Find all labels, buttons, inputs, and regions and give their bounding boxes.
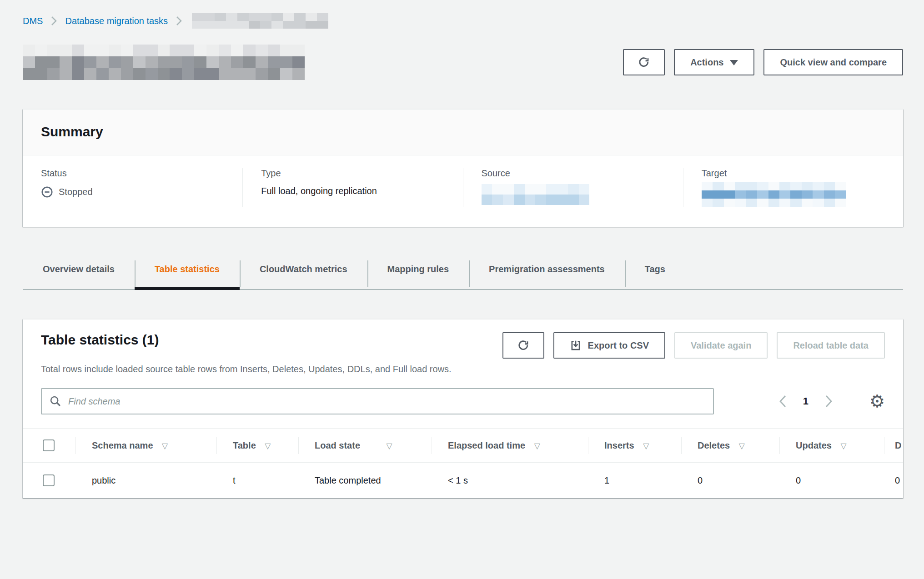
validate-again-button[interactable]: Validate again bbox=[674, 332, 768, 359]
column-label: Elapsed load time bbox=[448, 440, 525, 450]
sort-icon: ▽ bbox=[387, 442, 392, 450]
cell-deletes: 0 bbox=[681, 463, 779, 499]
cell-inserts: 1 bbox=[588, 463, 681, 499]
column-label: Load state bbox=[315, 440, 360, 450]
breadcrumb: DMS Database migration tasks bbox=[23, 13, 903, 29]
validate-again-label: Validate again bbox=[691, 340, 751, 351]
redacted-target-endpoint-link[interactable] bbox=[702, 182, 846, 207]
next-page-button[interactable] bbox=[825, 394, 833, 408]
summary-field-target: Target bbox=[683, 168, 903, 207]
refresh-button[interactable] bbox=[623, 49, 665, 75]
summary-field-type: Type Full load, ongoing replication bbox=[242, 168, 462, 207]
column-label: D bbox=[895, 440, 901, 450]
reload-table-data-button[interactable]: Reload table data bbox=[777, 332, 885, 359]
breadcrumb-link-tasks[interactable]: Database migration tasks bbox=[65, 16, 168, 26]
sort-icon: ▽ bbox=[162, 442, 168, 450]
table-statistics-table: Schema name ▽ Table ▽ Load state ▽ Elaps… bbox=[23, 428, 903, 498]
row-select-cell bbox=[23, 463, 75, 499]
sort-icon: ▽ bbox=[265, 442, 271, 450]
tab-cloudwatch-metrics[interactable]: CloudWatch metrics bbox=[240, 259, 367, 289]
redacted-source-endpoint-link[interactable] bbox=[482, 184, 590, 205]
redacted-page-title bbox=[23, 45, 305, 80]
breadcrumb-link-dms[interactable]: DMS bbox=[23, 16, 43, 26]
table-header-row: Schema name ▽ Table ▽ Load state ▽ Elaps… bbox=[23, 429, 903, 463]
column-header-clipped[interactable]: D bbox=[884, 429, 903, 463]
cell-updates: 0 bbox=[779, 463, 884, 499]
download-icon bbox=[570, 339, 582, 351]
summary-body: Status Stopped Type Full load, ongoing r… bbox=[23, 155, 903, 227]
summary-title: Summary bbox=[41, 124, 885, 140]
find-schema-input[interactable] bbox=[41, 388, 714, 414]
schema-search bbox=[41, 388, 714, 414]
table-row: public t Table completed < 1 s 1 0 0 0 bbox=[23, 463, 903, 499]
export-to-csv-button[interactable]: Export to CSV bbox=[553, 332, 665, 359]
column-label: Schema name bbox=[92, 440, 153, 450]
column-header-deletes[interactable]: Deletes ▽ bbox=[681, 429, 779, 463]
cell-table: t bbox=[216, 463, 298, 499]
tab-mapping-rules[interactable]: Mapping rules bbox=[367, 259, 469, 289]
pagination-divider bbox=[851, 391, 851, 412]
table-filter-row: 1 ⚙ bbox=[41, 388, 885, 414]
actions-button[interactable]: Actions bbox=[674, 49, 754, 75]
tab-premigration-assessments[interactable]: Premigration assessments bbox=[469, 259, 625, 289]
pagination: 1 ⚙ bbox=[779, 391, 885, 412]
sort-icon: ▽ bbox=[643, 442, 649, 450]
cell-schema-name: public bbox=[75, 463, 216, 499]
column-header-updates[interactable]: Updates ▽ bbox=[779, 429, 884, 463]
cell-clipped: 0 bbox=[884, 463, 903, 499]
quick-view-and-compare-button[interactable]: Quick view and compare bbox=[763, 49, 903, 75]
sort-icon: ▽ bbox=[534, 442, 540, 450]
table-actions: Export to CSV Validate again Reload tabl… bbox=[502, 332, 885, 359]
summary-field-status: Status Stopped bbox=[23, 168, 242, 207]
header-actions: Actions Quick view and compare bbox=[623, 49, 903, 75]
table-statistics-description: Total rows include loaded source table r… bbox=[41, 364, 885, 374]
page-header: Actions Quick view and compare bbox=[23, 45, 903, 80]
tab-table-statistics[interactable]: Table statistics bbox=[135, 259, 240, 289]
target-label: Target bbox=[702, 168, 885, 179]
column-header-table[interactable]: Table ▽ bbox=[216, 429, 298, 463]
column-header-schema-name[interactable]: Schema name ▽ bbox=[75, 429, 216, 463]
dms-task-page: DMS Database migration tasks Actions Qui… bbox=[0, 0, 924, 498]
refresh-icon bbox=[517, 339, 530, 352]
tab-overview-details[interactable]: Overview details bbox=[23, 259, 135, 289]
type-value: Full load, ongoing replication bbox=[261, 186, 444, 196]
summary-card: Summary Status Stopped Type Full load, o… bbox=[23, 109, 903, 227]
current-page-number[interactable]: 1 bbox=[803, 395, 808, 407]
summary-field-source: Source bbox=[463, 168, 683, 207]
table-statistics-header: Table statistics (1) bbox=[23, 319, 903, 414]
tab-tags[interactable]: Tags bbox=[625, 259, 685, 289]
source-label: Source bbox=[482, 168, 665, 179]
chevron-right-icon bbox=[825, 394, 833, 408]
select-all-checkbox[interactable] bbox=[43, 439, 55, 451]
chevron-right-icon bbox=[51, 16, 57, 26]
stopped-status-icon bbox=[41, 186, 53, 198]
column-header-load-state[interactable]: Load state ▽ bbox=[298, 429, 432, 463]
column-header-inserts[interactable]: Inserts ▽ bbox=[588, 429, 681, 463]
table-statistics-card: Table statistics (1) bbox=[23, 319, 903, 498]
type-label: Type bbox=[261, 168, 444, 179]
actions-button-label: Actions bbox=[690, 57, 723, 68]
table-settings-gear-icon[interactable]: ⚙ bbox=[869, 393, 885, 410]
quick-view-label: Quick view and compare bbox=[780, 57, 887, 68]
chevron-left-icon bbox=[779, 394, 787, 408]
sort-icon: ▽ bbox=[739, 442, 745, 450]
column-header-elapsed-load-time[interactable]: Elapsed load time ▽ bbox=[432, 429, 588, 463]
search-icon bbox=[49, 395, 62, 408]
previous-page-button[interactable] bbox=[779, 394, 787, 408]
column-label: Inserts bbox=[604, 440, 634, 450]
cell-elapsed-load-time: < 1 s bbox=[432, 463, 588, 499]
status-label: Status bbox=[41, 168, 224, 179]
status-value: Stopped bbox=[41, 186, 224, 198]
column-label: Table bbox=[233, 440, 256, 450]
status-text: Stopped bbox=[59, 187, 93, 197]
row-checkbox[interactable] bbox=[43, 474, 55, 486]
table-statistics-title: Table statistics (1) bbox=[41, 332, 159, 348]
task-detail-tabs: Overview details Table statistics CloudW… bbox=[23, 259, 903, 290]
chevron-right-icon bbox=[176, 16, 182, 26]
export-to-csv-label: Export to CSV bbox=[588, 340, 649, 351]
cell-load-state: Table completed bbox=[298, 463, 432, 499]
refresh-icon bbox=[638, 56, 650, 69]
table-refresh-button[interactable] bbox=[502, 332, 544, 359]
reload-table-data-label: Reload table data bbox=[793, 340, 869, 351]
select-all-cell bbox=[23, 429, 75, 463]
